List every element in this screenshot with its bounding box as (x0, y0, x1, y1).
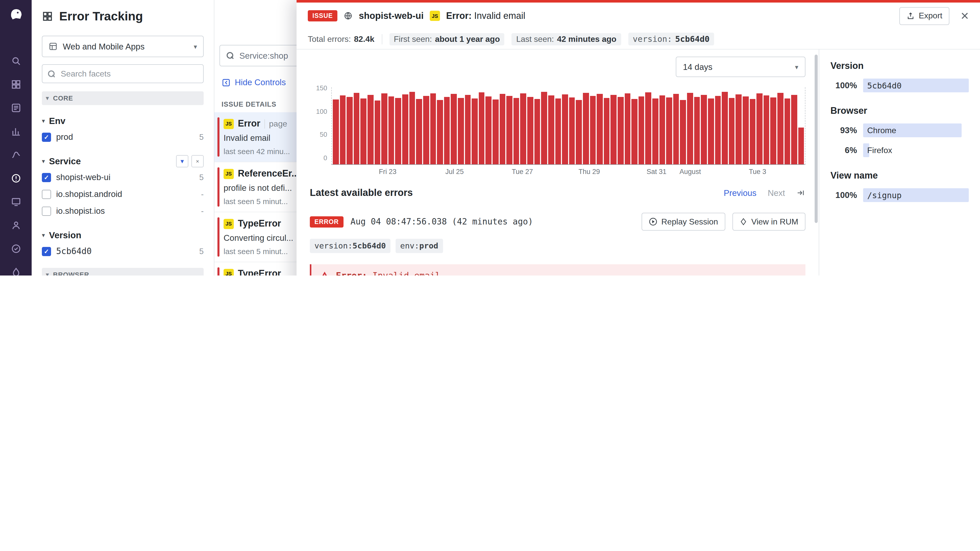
chart-bar[interactable] (514, 98, 519, 164)
chart-bar[interactable] (652, 98, 658, 164)
distribution-row[interactable]: 93%Chrome (830, 124, 969, 137)
chart-bar[interactable] (340, 95, 345, 164)
chart-bar[interactable] (451, 94, 457, 164)
chart-bar[interactable] (569, 97, 575, 164)
facet-section-env[interactable]: ▾Env (42, 113, 204, 129)
chart-bar[interactable] (673, 94, 679, 164)
chart-bar[interactable] (444, 97, 450, 164)
facet-item[interactable]: io.shopist.android- (42, 186, 204, 203)
tag-chip[interactable]: version:5cb64d0 (310, 239, 390, 253)
chart-bar[interactable] (667, 97, 672, 164)
chart-bar[interactable] (416, 99, 422, 164)
chart-bar[interactable] (534, 99, 540, 164)
chart-bar[interactable] (749, 99, 756, 164)
facet-item[interactable]: ✓prod5 (42, 129, 204, 145)
checkbox[interactable]: ✓ (42, 247, 51, 256)
facet-section-version[interactable]: ▾Version (42, 227, 204, 243)
facet-group-header[interactable]: ▾CORE (42, 91, 204, 105)
chart-bar[interactable] (500, 94, 505, 164)
close-icon[interactable]: × (961, 9, 969, 23)
chart-bar[interactable] (472, 98, 477, 164)
chart-bar[interactable] (374, 100, 380, 164)
facet-section-service[interactable]: ▾Service▼× (42, 154, 204, 169)
chart-bar[interactable] (347, 97, 352, 164)
infrastructure-icon[interactable] (10, 79, 21, 90)
chart-bar[interactable] (791, 95, 797, 164)
distribution-row[interactable]: 6%Firefox (830, 143, 969, 157)
export-button[interactable]: Export (899, 7, 950, 25)
chart-bar[interactable] (493, 100, 498, 164)
tag-chip[interactable]: env:prod (396, 239, 443, 253)
chart-bar[interactable] (486, 97, 492, 164)
chart-bar[interactable] (722, 92, 728, 164)
skip-to-latest-icon[interactable] (796, 188, 805, 197)
service-name[interactable]: shopist-web-ui (359, 11, 424, 21)
chart-bar[interactable] (368, 95, 373, 164)
chart-bar[interactable] (527, 97, 533, 164)
chart-bar[interactable] (659, 95, 665, 164)
checkbox[interactable] (42, 189, 51, 199)
chart-bar[interactable] (646, 92, 651, 164)
chart-bar[interactable] (583, 93, 589, 164)
rum-icon[interactable] (10, 219, 21, 230)
chart-bar[interactable] (382, 94, 387, 164)
chart-bar[interactable] (715, 96, 721, 164)
chart-bar[interactable] (465, 95, 471, 164)
chart-bar[interactable] (458, 98, 464, 164)
chart-bar[interactable] (541, 92, 547, 164)
clear-filter-icon[interactable]: × (191, 155, 204, 167)
facet-search-input[interactable] (60, 68, 198, 79)
checkbox[interactable] (42, 206, 51, 216)
chart-bar[interactable] (770, 97, 776, 164)
profiling-icon[interactable] (10, 266, 21, 275)
chart-bar[interactable] (708, 98, 714, 164)
facet-item[interactable]: io.shopist.ios- (42, 203, 204, 219)
panel-scrollbar[interactable] (815, 55, 818, 223)
view-in-rum-button[interactable]: View in RUM (732, 213, 805, 230)
chart-bar[interactable] (680, 100, 686, 164)
timerange-select[interactable]: 14 days ▾ (676, 57, 805, 77)
replay-session-button[interactable]: Replay Session (641, 213, 725, 230)
facet-search[interactable] (42, 64, 204, 83)
filter-icon[interactable]: ▼ (176, 155, 188, 167)
chart-bar[interactable] (506, 96, 512, 164)
chart-bar[interactable] (597, 94, 603, 164)
datadog-logo[interactable] (8, 6, 24, 21)
chart-bar[interactable] (430, 94, 436, 164)
chart-bar[interactable] (784, 98, 790, 164)
chart-bar[interactable] (562, 94, 568, 164)
facet-item[interactable]: ✓shopist-web-ui5 (42, 169, 204, 186)
chart-bar[interactable] (611, 95, 617, 164)
chart-bar[interactable] (423, 96, 429, 164)
chart-bar[interactable] (687, 93, 693, 164)
chart-bar[interactable] (632, 99, 637, 164)
chart-plot-area[interactable] (331, 87, 805, 165)
facet-group-header[interactable]: ▾BROWSER (42, 268, 204, 275)
chart-bar[interactable] (520, 94, 526, 164)
chart-bar[interactable] (694, 97, 700, 164)
chart-bar[interactable] (604, 98, 610, 164)
chart-bar[interactable] (555, 98, 561, 164)
chart-bar[interactable] (798, 127, 804, 164)
metrics-icon[interactable] (10, 125, 21, 137)
chart-bar[interactable] (617, 97, 624, 164)
chart-bar[interactable] (395, 98, 401, 164)
checkbox[interactable]: ✓ (42, 173, 51, 182)
chart-bar[interactable] (576, 100, 582, 164)
chart-bar[interactable] (388, 97, 394, 164)
chart-bar[interactable] (361, 98, 366, 164)
chart-bar[interactable] (409, 92, 415, 164)
chart-bar[interactable] (590, 96, 596, 164)
chart-bar[interactable] (701, 95, 707, 164)
chart-bar[interactable] (729, 98, 735, 164)
facet-item[interactable]: ✓5cb64d05 (42, 243, 204, 260)
chart-bar[interactable] (548, 95, 554, 164)
distribution-row[interactable]: 100%5cb64d0 (830, 79, 969, 92)
chart-bar[interactable] (638, 97, 644, 164)
chart-bar[interactable] (625, 94, 630, 164)
synthetics-icon[interactable] (10, 196, 21, 207)
chart-bar[interactable] (437, 100, 443, 164)
chart-bar[interactable] (736, 94, 741, 164)
previous-button[interactable]: Previous (724, 188, 756, 198)
chart-bar[interactable] (354, 93, 360, 164)
